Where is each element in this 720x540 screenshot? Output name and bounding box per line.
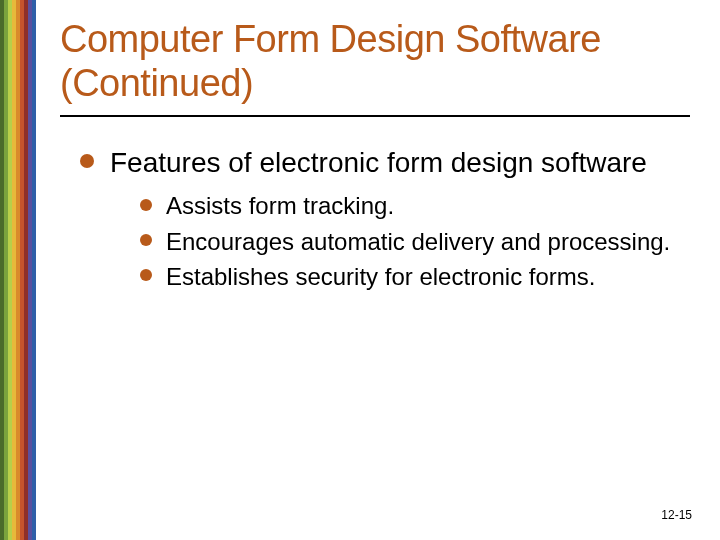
list-item: Establishes security for electronic form… [140,261,690,292]
bullet-list-level2: Assists form tracking. Encourages automa… [140,190,690,292]
title-underline [60,115,690,117]
list-item: Assists form tracking. [140,190,690,221]
list-item-text: Encourages automatic delivery and proces… [166,228,670,255]
decorative-side-stripes [0,0,36,540]
slide-content: Computer Form Design Software (Continued… [60,18,690,302]
bullet-icon [80,154,94,168]
list-item: Features of electronic form design softw… [80,145,690,292]
slide-title: Computer Form Design Software (Continued… [60,18,690,105]
bullet-icon [140,199,152,211]
bullet-icon [140,269,152,281]
list-item-text: Establishes security for electronic form… [166,263,595,290]
bullet-list-level1: Features of electronic form design softw… [80,145,690,292]
list-item-text: Assists form tracking. [166,192,394,219]
bullet-icon [140,234,152,246]
page-number: 12-15 [661,508,692,522]
list-item: Encourages automatic delivery and proces… [140,226,690,257]
list-item-text: Features of electronic form design softw… [110,147,647,178]
